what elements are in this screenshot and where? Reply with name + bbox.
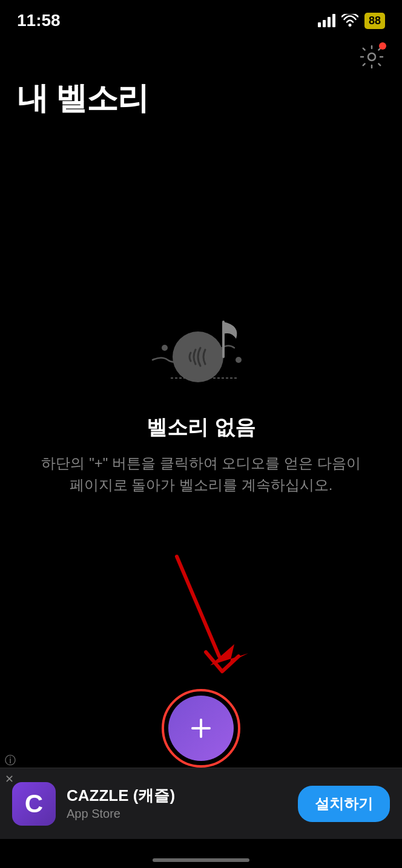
svg-line-7 [177,556,219,656]
ad-source: App Store [67,807,287,821]
ad-text: CAZZLE (캐즐) App Store [67,786,287,820]
battery-indicator: 88 [364,13,385,29]
wifi-icon [341,14,358,27]
ad-banner: ⓘ ✕ C CAZZLE (캐즐) App Store 설치하기 [0,768,402,839]
status-time: 11:58 [17,11,61,30]
settings-button[interactable] [356,41,387,73]
page-title: 내 벨소리 [17,77,148,120]
music-note-svg [134,290,268,399]
svg-point-0 [348,24,351,27]
empty-state-title: 벨소리 없음 [147,414,255,442]
arrow-svg [140,544,262,677]
svg-point-1 [162,345,168,351]
ad-install-button[interactable]: 설치하기 [298,786,390,822]
status-icons: 88 [318,13,385,29]
add-ringtone-button[interactable] [168,696,234,761]
ad-info-icon: ⓘ [5,753,16,768]
status-bar: 11:58 88 [0,0,402,33]
home-indicator [153,858,249,862]
notification-dot [379,42,386,50]
battery-level: 88 [369,15,381,27]
settings-area[interactable] [356,41,387,73]
add-button-ring [162,689,240,768]
ad-close-icon[interactable]: ✕ [5,772,14,786]
music-illustration [134,290,268,399]
arrow-container [140,544,262,677]
svg-point-2 [236,357,242,363]
signal-icon [318,14,335,27]
ad-app-icon: C [12,782,56,826]
ad-app-name: CAZZLE (캐즐) [67,786,287,805]
empty-state: 벨소리 없음 하단의 "+" 버튼을 클릭하여 오디오를 얻은 다음이 페이지로… [25,290,377,496]
plus-icon [188,715,214,742]
add-button-wrapper [162,689,240,768]
empty-state-description: 하단의 "+" 버튼을 클릭하여 오디오를 얻은 다음이 페이지로 돌아가 벨소… [38,452,364,496]
